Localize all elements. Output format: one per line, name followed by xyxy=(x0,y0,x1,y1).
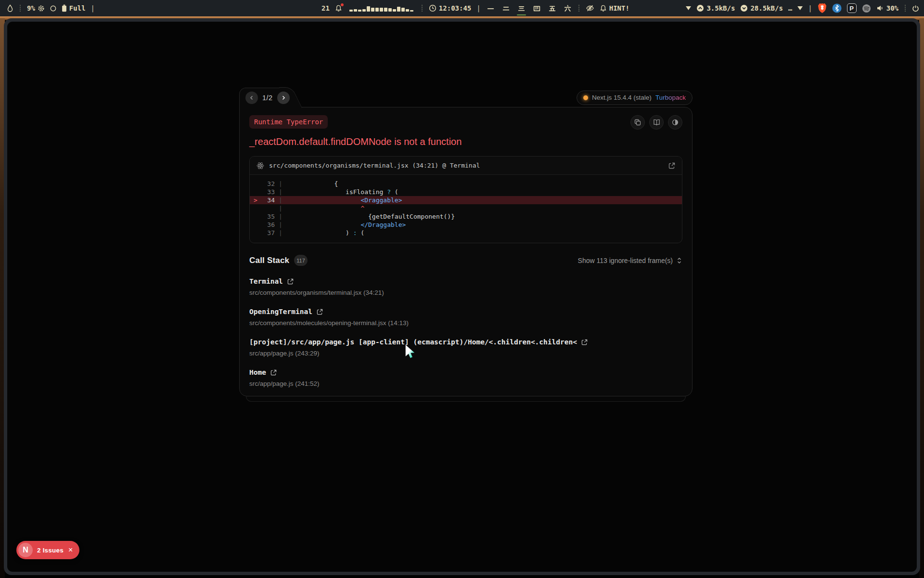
error-page-indicator: 1/2 xyxy=(262,94,273,102)
stack-frame: Homesrc/app/page.js (241:52) xyxy=(249,368,682,387)
close-icon[interactable]: × xyxy=(68,546,73,554)
dropdown-triangle-icon[interactable] xyxy=(797,6,803,10)
p-app-icon[interactable]: P xyxy=(847,3,857,13)
stale-dot-icon xyxy=(583,95,588,100)
external-link-icon[interactable] xyxy=(270,369,277,376)
turbopack-label: Turbopack xyxy=(655,94,686,101)
line-number: 34 xyxy=(261,196,275,204)
pipe-separator: | xyxy=(808,4,812,12)
dropdown-triangle-icon[interactable] xyxy=(686,6,691,10)
nextjs-issues-pill[interactable]: N 2 Issues × xyxy=(16,541,79,559)
menubar-center-group: 21 12:03:45 | HINT! xyxy=(321,0,629,16)
line-gutter-pipe: | xyxy=(275,229,285,237)
code-segment: <Draggable> xyxy=(360,196,402,204)
download-speed: 28.5kB/s xyxy=(740,4,783,12)
code-line: 36| </Draggable> xyxy=(250,221,682,229)
eye-slash-icon[interactable] xyxy=(586,4,594,12)
histogram-bar xyxy=(401,8,405,12)
stack-frame-title: [project]/src/app/page.js [app-client] (… xyxy=(249,338,682,346)
droplet-icon[interactable] xyxy=(7,4,13,12)
nextjs-version-pill[interactable]: Next.js 15.4.4 (stale) Turbopack xyxy=(577,91,693,105)
code-segment: isFloating xyxy=(285,188,387,196)
code-line: >34| <Draggable> xyxy=(250,196,682,204)
more-indicator[interactable]: … xyxy=(788,4,792,12)
workspace-1[interactable] xyxy=(486,3,495,13)
notification-bell[interactable] xyxy=(335,4,342,12)
workspace-switcher xyxy=(486,3,572,13)
theme-toggle-button[interactable] xyxy=(668,115,682,130)
code-segment: ) xyxy=(285,229,353,237)
histogram-bar xyxy=(362,9,366,12)
upload-speed: 3.5kB/s xyxy=(696,4,735,12)
histogram-bar xyxy=(371,8,374,12)
stack-frame-title: OpeningTerminal xyxy=(249,308,682,315)
stack-frame-name: [project]/src/app/page.js [app-client] (… xyxy=(249,338,577,346)
workspace-5[interactable] xyxy=(548,3,557,13)
hint-bell-icon xyxy=(600,4,607,12)
react-icon xyxy=(257,162,264,170)
circle-status-icon[interactable] xyxy=(50,5,56,12)
next-error-button[interactable] xyxy=(277,92,290,104)
line-number: 36 xyxy=(261,221,275,229)
open-in-editor-icon[interactable] xyxy=(668,162,675,169)
stack-frame-name: OpeningTerminal xyxy=(249,308,312,315)
external-link-icon[interactable] xyxy=(317,309,323,315)
code-segment: ^ xyxy=(360,204,364,212)
code-line: 35| {getDefaultComponent()} xyxy=(250,212,682,221)
workspace-4[interactable] xyxy=(532,3,541,13)
code-segment xyxy=(285,204,361,212)
stack-frame-path: src/components/molecules/opening-termina… xyxy=(249,319,682,327)
histogram-bar xyxy=(388,8,392,12)
updown-chevron-icon xyxy=(676,257,682,264)
line-marker xyxy=(250,229,261,237)
code-line: 32| { xyxy=(250,180,682,188)
workspace-6[interactable] xyxy=(563,3,572,13)
error-type-badge: Runtime TypeError xyxy=(249,115,328,129)
dotted-separator xyxy=(20,5,21,12)
external-link-icon[interactable] xyxy=(287,278,294,285)
menubar-left-group: 9% Full | xyxy=(7,0,95,16)
stack-frame: OpeningTerminalsrc/components/molecules/… xyxy=(249,308,682,327)
hint-label: HINT! xyxy=(609,4,629,12)
pipe-separator: | xyxy=(91,4,95,12)
previous-error-button[interactable] xyxy=(245,92,258,104)
code-frame-header: src/components/organisms/terminal.jsx (3… xyxy=(250,157,682,175)
stack-frame-path: src/components/organisms/terminal.jsx (3… xyxy=(249,289,682,296)
code-segment: ? xyxy=(387,188,391,196)
code-segment: ( xyxy=(357,229,365,237)
code-segment xyxy=(285,196,361,204)
hint-indicator[interactable]: HINT! xyxy=(600,4,629,12)
volume-indicator[interactable]: 30% xyxy=(876,4,898,12)
power-icon[interactable] xyxy=(912,5,919,12)
bluetooth-icon[interactable] xyxy=(832,3,842,13)
clock-icon xyxy=(429,4,436,12)
volume-percent-label: 30% xyxy=(886,4,898,12)
ignore-listed-toggle-label: Show 113 ignore-listed frame(s) xyxy=(578,257,673,264)
dotted-separator xyxy=(422,5,423,12)
external-link-icon[interactable] xyxy=(581,339,588,345)
code-line: | ^ xyxy=(250,204,682,212)
workspace-2[interactable] xyxy=(501,3,511,13)
line-number: 37 xyxy=(261,229,275,237)
line-number: 32 xyxy=(261,180,275,188)
docs-button[interactable] xyxy=(649,115,664,130)
error-pagination: 1/2 xyxy=(239,88,293,107)
histogram-bar xyxy=(375,8,379,12)
histogram-bar xyxy=(384,8,387,12)
app-content: 1/2 Next.js 15.4.4 (stale) Turbopack Run… xyxy=(7,22,917,572)
app-window: 1/2 Next.js 15.4.4 (stale) Turbopack Run… xyxy=(4,18,920,575)
gear-icon[interactable] xyxy=(38,5,45,12)
workspace-3[interactable] xyxy=(517,3,526,13)
nextjs-error-overlay: 1/2 Next.js 15.4.4 (stale) Turbopack Run… xyxy=(239,88,693,402)
spotify-icon[interactable] xyxy=(862,4,871,13)
stack-frame: Terminalsrc/components/organisms/termina… xyxy=(249,277,682,296)
notification-count: 21 xyxy=(321,4,330,12)
copy-error-button[interactable] xyxy=(630,115,645,130)
download-speed-label: 28.5kB/s xyxy=(750,4,783,12)
line-marker xyxy=(250,180,261,188)
stack-frame-title: Home xyxy=(249,368,682,376)
line-marker xyxy=(250,221,261,229)
line-number: 35 xyxy=(261,212,275,221)
ignore-listed-toggle[interactable]: Show 113 ignore-listed frame(s) xyxy=(578,257,682,264)
brave-browser-icon[interactable] xyxy=(818,3,827,13)
